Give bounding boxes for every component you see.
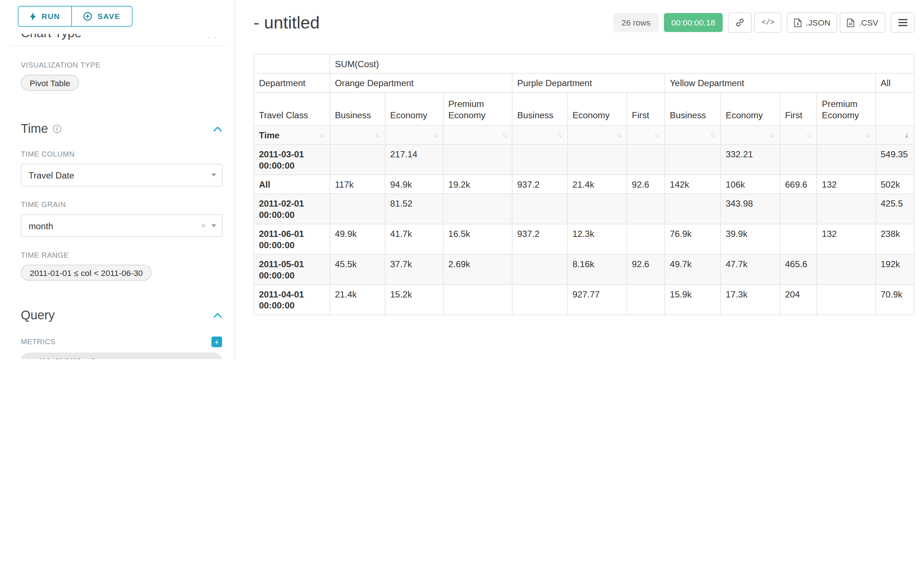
value-cell: 21.4k: [330, 285, 385, 315]
value-cell: 8.16k: [568, 254, 627, 285]
value-cell: [443, 285, 512, 315]
pivot-table-container: SUM(Cost) Department Orange Department P…: [254, 54, 914, 315]
metric-pill[interactable]: × ƒ(x) SUM(Cost) ›: [21, 353, 223, 359]
fx-icon: ƒ(x): [38, 357, 50, 359]
sort-cell: ↓: [875, 125, 914, 145]
value-cell: 92.6: [627, 254, 665, 285]
class-header: Business: [665, 92, 721, 125]
class-header: Economy: [385, 92, 443, 125]
export-csv-label: .CSV: [859, 18, 878, 27]
department-axis-label: Department: [254, 73, 330, 92]
add-metric-button[interactable]: +: [211, 337, 222, 347]
table-row: 2011-03-01 00:00:00217.14332.21549.35: [254, 145, 914, 175]
value-cell: 49.7k: [665, 254, 721, 285]
chevron-right-icon[interactable]: ›: [212, 356, 216, 359]
sort-icon[interactable]: ↑↓: [710, 129, 716, 140]
value-cell: 106k: [721, 175, 780, 194]
travel-class-axis-label: Travel Class: [254, 92, 330, 125]
metric-header: SUM(Cost): [330, 54, 914, 73]
time-range-chip[interactable]: 2011-01-01 ≤ col < 2011-06-30: [21, 265, 152, 281]
sort-icon[interactable]: ↑↓: [807, 129, 812, 140]
time-column-select[interactable]: Travel Date: [21, 164, 223, 186]
time-column-value: Travel Date: [28, 170, 74, 180]
class-header: [875, 92, 914, 125]
query-timer-badge: 00:00:00.18: [663, 13, 723, 32]
run-save-button-group: RUN SAVE: [18, 6, 132, 26]
value-cell: 927.77: [568, 285, 627, 315]
row-label: 2011-02-01 00:00:00: [254, 194, 330, 224]
value-cell: 19.2k: [443, 175, 512, 194]
chart-panel: - untitled 26 rows 00:00:00.18 </> .JSON: [235, 0, 924, 359]
embed-code-button[interactable]: </>: [754, 12, 782, 33]
pivot-body: 2011-03-01 00:00:00217.14332.21549.35All…: [254, 145, 914, 315]
value-cell: [627, 145, 665, 175]
sort-desc-icon[interactable]: ↓: [905, 129, 909, 140]
export-csv-button[interactable]: .CSV: [840, 12, 886, 33]
sort-cell: ↑↓: [817, 125, 876, 145]
run-button[interactable]: RUN: [18, 6, 72, 26]
sort-icon[interactable]: ↑↓: [617, 129, 622, 140]
export-json-button[interactable]: .JSON: [787, 12, 838, 33]
chart-type-heading-clipped: Chart Type · ·: [21, 34, 222, 42]
value-cell: 16.5k: [443, 224, 512, 254]
sort-cell: ↑↓: [780, 125, 817, 145]
value-cell: [817, 254, 876, 285]
sort-icon[interactable]: ↑↓: [557, 129, 563, 140]
file-download-icon: [794, 18, 802, 27]
value-cell: [627, 224, 665, 254]
value-cell: [512, 145, 567, 175]
info-icon: i: [53, 125, 61, 133]
time-grain-select[interactable]: month ×: [21, 214, 223, 237]
chevron-down-icon[interactable]: [211, 224, 216, 227]
group-header: Purple Department: [512, 73, 665, 92]
chevron-up-icon[interactable]: [213, 126, 222, 132]
row-label: 2011-03-01 00:00:00: [254, 145, 330, 175]
remove-metric-icon[interactable]: ×: [28, 357, 33, 359]
value-cell: 92.6: [627, 175, 665, 194]
value-cell: 2.69k: [443, 254, 512, 285]
time-grain-value: month: [28, 220, 53, 231]
group-header: Yellow Department: [665, 73, 875, 92]
save-button-label: SAVE: [97, 12, 120, 21]
metric-header-row: SUM(Cost): [254, 54, 914, 73]
link-icon: [736, 18, 745, 27]
copy-link-button[interactable]: [728, 12, 752, 33]
value-cell: [627, 194, 665, 224]
chevron-up-icon[interactable]: [213, 313, 222, 318]
time-section-title: Time: [21, 122, 48, 136]
value-cell: [512, 194, 567, 224]
save-button[interactable]: SAVE: [71, 6, 132, 26]
value-cell: 502k: [875, 175, 914, 194]
value-cell: 217.14: [385, 145, 443, 175]
value-cell: 204: [780, 285, 817, 315]
value-cell: [817, 145, 876, 175]
visualization-type-chip[interactable]: Pivot Table: [21, 75, 79, 91]
value-cell: [330, 194, 385, 224]
value-cell: [330, 145, 385, 175]
chart-type-heading-text: Chart Type: [21, 34, 222, 41]
query-section-header: Query: [21, 308, 222, 322]
value-cell: 15.9k: [665, 285, 721, 315]
value-cell: [443, 194, 512, 224]
sort-icon[interactable]: ↑↓: [375, 129, 380, 140]
sort-icon[interactable]: ↑↓: [655, 129, 660, 140]
sort-icon[interactable]: ↑↓: [320, 129, 325, 140]
sort-icon[interactable]: ↑↓: [865, 129, 871, 140]
table-row: 2011-06-01 00:00:0049.9k41.7k16.5k937.21…: [254, 224, 914, 254]
clear-icon[interactable]: ×: [201, 221, 206, 230]
sort-icon[interactable]: ↑↓: [502, 129, 507, 140]
class-header: Premium Economy: [443, 92, 512, 125]
value-cell: [817, 285, 876, 315]
value-cell: 15.2k: [385, 285, 443, 315]
row-count-badge: 26 rows: [614, 13, 658, 32]
sort-icon[interactable]: ↑↓: [769, 129, 775, 140]
export-json-label: .JSON: [806, 18, 830, 27]
value-cell: 132: [817, 224, 876, 254]
chart-menu-button[interactable]: [891, 12, 914, 33]
row-label: All: [254, 175, 330, 194]
table-row: 2011-05-01 00:00:0045.5k37.7k2.69k8.16k9…: [254, 254, 914, 285]
file-icon: [847, 18, 855, 27]
chevron-down-icon[interactable]: [211, 174, 216, 177]
code-icon: </>: [761, 18, 774, 26]
sort-icon[interactable]: ↑↓: [433, 129, 438, 140]
